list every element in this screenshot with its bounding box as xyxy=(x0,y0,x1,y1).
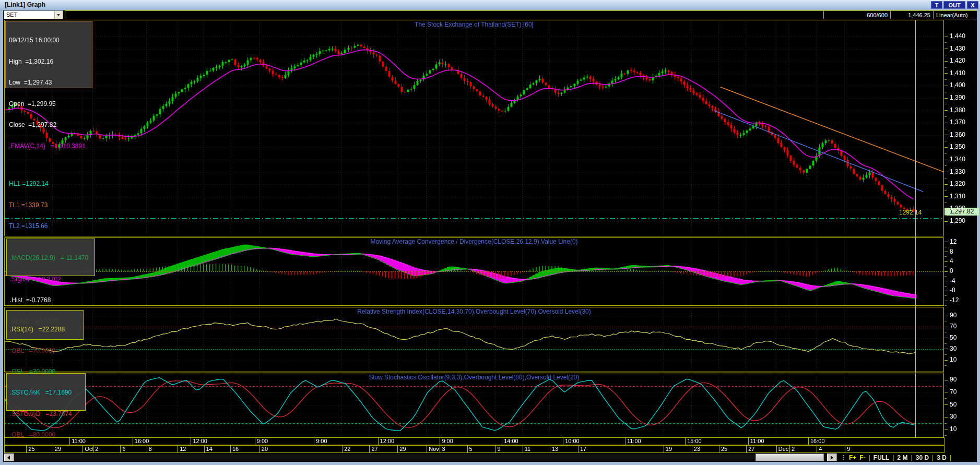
rsi-legend-box: .RSI(14) =22.2288 .OBL =70.0000 .OSL =30… xyxy=(6,310,84,340)
date-label: 8 xyxy=(149,446,152,452)
legend-emav: .EMAV(C,14) =1,310.3891 xyxy=(9,143,89,150)
last-price-badge: 1,297.82 xyxy=(944,208,979,216)
date-label: 9 xyxy=(847,446,850,452)
date-label: 4 xyxy=(819,446,822,452)
legend-signal: .Signal =-10.3702 xyxy=(10,276,91,283)
status-bar-count: 600/600 xyxy=(823,10,890,19)
legend-rsi: .RSI(14) =22.2288 xyxy=(10,326,80,333)
date-label: 17 xyxy=(580,446,586,452)
range-2m-button[interactable]: 2 M xyxy=(898,454,908,461)
time-tick xyxy=(69,438,70,445)
time-tick xyxy=(314,438,314,445)
zoom-in-button[interactable]: F+ xyxy=(849,454,856,461)
legend-ssto-k: .SSTO.%K =17.1690 xyxy=(10,389,82,397)
separator: | xyxy=(869,454,870,461)
legend-high: High =1,302.16 xyxy=(9,58,89,66)
time-tick xyxy=(563,438,563,445)
date-label: 20 xyxy=(262,446,268,452)
time-label: 15:00 xyxy=(687,438,702,444)
date-tick xyxy=(204,446,205,452)
scroll-left-button[interactable] xyxy=(4,454,14,461)
date-label: 29 xyxy=(399,446,406,452)
date-label: 5 xyxy=(469,446,473,452)
symbol-value: SET xyxy=(6,11,17,18)
time-label: 9:00 xyxy=(316,438,327,444)
status-scale-mode: Linear(Auto) xyxy=(933,10,977,19)
date-tick xyxy=(93,446,93,452)
time-label: 10:00 xyxy=(565,438,580,444)
date-label: 6 xyxy=(122,446,125,452)
scroll-right-button[interactable] xyxy=(827,454,837,461)
symbol-dropdown[interactable]: SET xyxy=(4,10,63,19)
separator: | xyxy=(892,454,894,461)
time-tick xyxy=(440,438,440,445)
date-label: 16 xyxy=(232,446,239,452)
legend-datetime: 09/12/15 16:00:00 xyxy=(9,37,89,44)
date-label: 25 xyxy=(721,446,727,452)
date-tick xyxy=(817,446,817,452)
date-tick xyxy=(342,446,343,452)
application-window: [Link1] Graph T OUT X SET 600/600 1,446.… xyxy=(0,0,980,465)
horizontal-scrollbar-track[interactable] xyxy=(3,454,827,461)
date-label: 22 xyxy=(344,446,350,452)
status-last-value: 1,446.25 xyxy=(890,10,933,19)
legend-close: Close =1,297.82 xyxy=(9,122,89,129)
macd-panel-title: Moving Average Convergence / Divergence(… xyxy=(4,238,944,245)
date-label: 29 xyxy=(55,446,61,452)
arrow-left-icon xyxy=(7,456,10,460)
toolbar-grip-icon: ⋮ xyxy=(841,454,846,461)
range-30d-button[interactable]: 30 D xyxy=(916,454,929,461)
date-tick xyxy=(467,446,468,452)
date-tick xyxy=(26,446,27,452)
date-tick xyxy=(369,446,370,452)
legend-macd: .MACD(26,12,9) =-11.1470 xyxy=(10,255,91,262)
date-tick xyxy=(440,446,440,452)
time-label: 11:00 xyxy=(627,438,641,444)
date-tick xyxy=(746,446,747,452)
price-panel-title: The Stock Exchange of Thailand(SET) [60] xyxy=(4,21,944,28)
time-tick xyxy=(378,438,379,445)
window-title-bar: [Link1] Graph T OUT X xyxy=(0,0,980,10)
date-tick xyxy=(120,446,121,452)
arrow-right-icon xyxy=(831,456,833,460)
scrollbar-thumb[interactable] xyxy=(755,454,824,461)
legend-low: Low =1,297.43 xyxy=(9,79,89,87)
date-tick xyxy=(427,446,427,452)
zoom-out-button[interactable]: F- xyxy=(859,454,865,461)
time-tick xyxy=(748,438,749,445)
time-tick xyxy=(808,438,809,445)
separator: | xyxy=(911,454,913,461)
time-tick xyxy=(133,438,133,445)
time-tick xyxy=(625,438,625,445)
time-label: 11:00 xyxy=(750,438,764,444)
rsi-panel-title: Relative Strength Index(CLOSE,14,30,70),… xyxy=(4,308,944,315)
time-label: 16:00 xyxy=(135,438,149,444)
date-label: 11 xyxy=(525,446,530,452)
time-label: 16:00 xyxy=(810,438,825,444)
date-tick xyxy=(259,446,260,452)
date-tick xyxy=(53,446,53,452)
separator: | xyxy=(950,454,951,461)
date-label: 19 xyxy=(666,446,672,452)
range-full-button[interactable]: FULL xyxy=(873,454,890,461)
window-title: [Link1] Graph xyxy=(5,1,45,8)
window-frame-bottom xyxy=(0,462,980,465)
legend-open: Open =1,299.95 xyxy=(9,101,89,108)
t-button[interactable]: T xyxy=(931,1,942,9)
time-tick xyxy=(255,438,255,445)
out-button[interactable]: OUT xyxy=(943,1,965,9)
ssto-panel-title: Slow Stochastics Oscillator(9,3,3),Overb… xyxy=(4,374,944,381)
date-label: 2 xyxy=(792,446,795,452)
close-button[interactable]: X xyxy=(967,1,978,9)
hl1-price-label: 1292.14 xyxy=(899,209,922,216)
date-label: Oct xyxy=(85,446,93,452)
date-label: 27 xyxy=(371,446,377,452)
range-3d-button[interactable]: 3 D xyxy=(937,454,947,461)
date-tick xyxy=(495,446,496,452)
time-tick xyxy=(685,438,686,445)
date-tick xyxy=(523,446,523,452)
ssto-legend-box: .SSTO.%K =17.1690 .SSTO.%D =13.7674 .OBL… xyxy=(6,373,86,411)
time-label: 11:00 xyxy=(72,438,86,444)
date-axis-row: 2529Oct26812141620222729Nov3591113171923… xyxy=(4,445,944,453)
dropdown-button[interactable] xyxy=(54,11,63,19)
